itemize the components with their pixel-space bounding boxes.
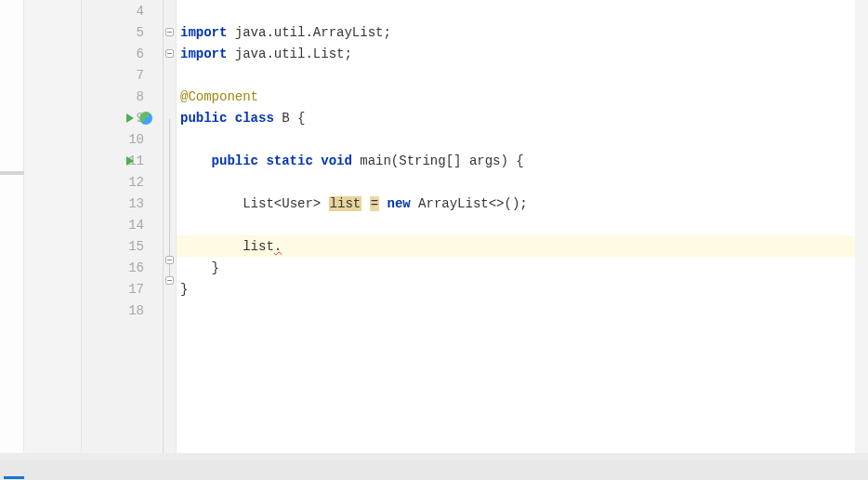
code-token: public static void [212,153,361,168]
code-line-6[interactable]: import java.util.List; [177,43,855,64]
code-line-5[interactable]: import java.util.ArrayList; [177,21,855,43]
left-ruler [0,0,24,460]
line-number: 16 [124,260,144,275]
fold-guide [169,162,170,260]
code-line-13[interactable]: List<User> list = new ArrayList<>(); [177,193,855,214]
line-number: 7 [124,68,144,83]
code-line-15-current[interactable]: list. [177,235,855,257]
code-token: = [370,196,379,211]
fold-collapse-icon[interactable] [165,49,174,58]
right-marker-bar [855,0,868,460]
code-token: list [180,239,274,254]
code-token [180,196,243,211]
code-token: public class [180,111,282,126]
code-line-10[interactable] [177,128,855,150]
ruler-marker [0,171,24,175]
line-number: 17 [124,282,144,297]
code-line-11[interactable]: public static void main(String[] args) { [177,150,855,171]
code-token: . [274,239,282,254]
code-token: list [329,196,362,211]
component-class-icon[interactable] [139,112,152,125]
line-number: 12 [124,175,144,190]
code-token: List [243,196,274,211]
code-line-8[interactable]: @Component [177,86,855,107]
fold-collapse-icon[interactable] [165,28,174,36]
code-token: [] [446,153,469,168]
code-line-14[interactable] [177,214,855,235]
fold-area [164,0,177,460]
line-number: 10 [124,132,144,147]
code-line-17[interactable]: } [177,278,855,300]
code-token: B [282,111,297,126]
code-token: java.util.ArrayList; [235,25,391,40]
code-line-18[interactable] [177,300,855,321]
line-number: 6 [124,47,144,61]
code-token: > [313,196,329,211]
code-token: ) { [501,153,524,168]
line-number: 14 [124,218,144,233]
status-bar [0,460,868,480]
code-token: main [360,153,391,168]
code-line-4[interactable] [177,0,855,21]
code-line-16[interactable]: } [177,257,855,278]
code-token: < [274,196,282,211]
fold-collapse-icon[interactable] [165,256,174,264]
code-token: java.util.List; [235,47,352,61]
code-token: { [297,111,305,126]
run-class-icon[interactable] [126,113,134,123]
code-token: import [180,25,235,40]
code-token: String [399,153,445,168]
code-token: new [387,196,418,211]
code-token: ( [391,153,399,168]
code-token: @Component [180,89,258,104]
line-number: 8 [124,89,144,104]
code-token: args [469,153,501,168]
line-number: 15 [124,239,144,254]
code-token [379,196,387,211]
code-editor[interactable]: 4 5 6 7 8 9 10 11 12 13 14 15 16 17 18 i… [0,0,868,460]
run-main-icon[interactable] [126,156,134,166]
code-line-12[interactable] [177,171,855,193]
code-area[interactable]: import java.util.ArrayList; import java.… [177,0,855,460]
code-token: import [180,47,235,61]
code-line-9[interactable]: public class B { [177,107,855,128]
code-token [362,196,369,211]
code-token: } [180,260,219,275]
code-token: <>(); [489,196,528,211]
line-number: 13 [124,196,144,211]
horizontal-scrollbar[interactable] [0,453,868,460]
line-number: 18 [124,303,144,318]
progress-indicator [4,476,24,479]
code-token: ArrayList [418,196,489,211]
gutter: 4 5 6 7 8 9 10 11 12 13 14 15 16 17 18 [82,0,164,460]
code-token: } [180,282,188,297]
code-line-7[interactable] [177,64,855,86]
code-token: User [282,196,313,211]
fold-collapse-icon[interactable] [165,276,174,285]
line-number: 4 [124,4,144,19]
line-number: 5 [124,25,144,40]
structure-column [24,0,82,460]
code-token [180,153,212,168]
